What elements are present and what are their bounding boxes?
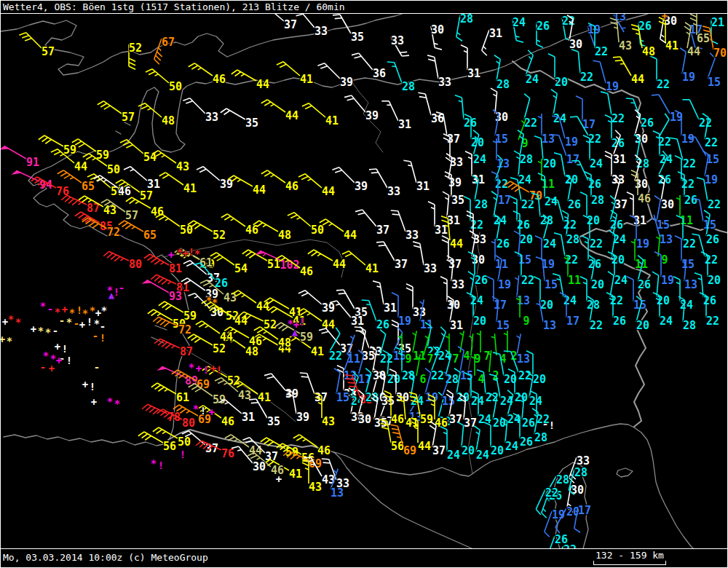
gust-value: 57 <box>41 45 55 58</box>
gust-value: 26 <box>638 20 652 33</box>
wind-barb <box>317 63 340 79</box>
gust-value: 41 <box>665 39 678 52</box>
gust-value: 31 <box>633 214 646 227</box>
lightning-strike-icon: + <box>62 304 68 315</box>
gust-value: 69 <box>403 444 416 457</box>
lightning-strike-icon: ! <box>216 364 222 376</box>
lightning-strike-icon: * <box>7 335 12 347</box>
wind-barb <box>675 156 681 181</box>
lightning-strike-icon: + <box>2 316 8 328</box>
gust-value: 24 <box>470 294 483 307</box>
gust-value: 20 <box>587 214 600 227</box>
gust-value: 52 <box>129 42 142 55</box>
gust-value: 43 <box>223 291 237 304</box>
gust-value: 37 <box>395 258 408 271</box>
gust-value: 17 <box>566 315 579 328</box>
gust-value: 80 <box>182 417 195 430</box>
wind-barb <box>605 115 612 140</box>
gust-value: 26 <box>520 435 533 449</box>
wind-barb <box>593 60 606 83</box>
gust-value: 30 <box>571 484 584 497</box>
gust-value: 26 <box>464 117 477 130</box>
gust-value: 17 <box>566 153 579 166</box>
gust-value: 44 <box>253 184 266 197</box>
gust-value: 46 <box>213 73 226 86</box>
gust-value: 44 <box>249 444 262 457</box>
lightning-strike-icon: * <box>189 361 194 373</box>
gust-value: 41 <box>258 391 271 404</box>
gust-value: 46 <box>638 192 651 205</box>
gust-value: 37 <box>614 198 628 211</box>
gust-value: 30 <box>635 178 648 191</box>
gust-value: 43 <box>309 481 322 494</box>
wind-barb <box>373 281 384 304</box>
wind-barb <box>183 98 205 114</box>
wind-barb <box>482 30 489 55</box>
gust-value: 20 <box>520 233 533 246</box>
gust-value: 65 <box>697 32 710 45</box>
wind-barb <box>39 135 63 146</box>
wind-barb <box>536 257 545 281</box>
gust-value: 46 <box>285 180 298 193</box>
gust-value: 48 <box>642 45 655 58</box>
map-canvas[interactable]: 5752673733353330283124262219132630172150… <box>1 1 727 567</box>
gust-value: 33 <box>438 76 451 89</box>
wind-barb <box>344 95 365 112</box>
scale-bracket <box>593 561 666 565</box>
gust-value: 22 <box>681 178 695 191</box>
gust-value: 20 <box>543 157 556 170</box>
gust-value: 15 <box>681 258 695 271</box>
lightning-strike-icon: + <box>196 363 202 374</box>
lightning-strike-icon: * <box>194 248 200 259</box>
gust-value: 57 <box>122 111 135 124</box>
gust-value: 31 <box>147 178 160 191</box>
gust-value: 30 <box>358 413 371 426</box>
gust-value: 24 <box>505 440 518 453</box>
gust-value: 57 <box>140 189 153 202</box>
wind-barb <box>580 192 587 217</box>
wind-barb <box>334 368 340 394</box>
observation-map[interactable]: 5752673733353330283124262219132630172150… <box>1 1 728 568</box>
gust-value: 19 <box>661 274 674 287</box>
gust-value: 44 <box>285 109 298 122</box>
gust-value: 28 <box>402 80 415 93</box>
gust-value: 44 <box>418 440 431 453</box>
gust-value: 54 <box>234 262 248 275</box>
lightning-strike-icon: * <box>151 457 157 469</box>
gust-value: 31 <box>450 319 463 332</box>
wind-barb <box>336 290 355 309</box>
wind-barb <box>680 48 686 74</box>
lightning-strike-icon: ! <box>87 316 92 328</box>
gust-value: 19 <box>681 133 695 146</box>
lightning-strike-icon: - <box>542 418 548 430</box>
wind-barb <box>438 327 446 352</box>
gust-value: 26 <box>522 417 535 430</box>
gust-value: 22 <box>590 319 603 332</box>
gust-value: 24 <box>478 413 491 426</box>
gust-value: 59 <box>300 331 313 344</box>
gust-value: 44 <box>220 331 233 344</box>
gust-value: 48 <box>278 229 291 242</box>
wind-barb <box>601 92 612 115</box>
wind-barb <box>545 511 552 537</box>
gust-value: 35 <box>451 194 464 207</box>
lightning-strike-icon: - <box>119 282 124 293</box>
gust-value: 22 <box>657 78 670 91</box>
wind-barb <box>333 15 351 33</box>
gust-value: 46 <box>435 417 448 430</box>
wind-barb <box>98 101 122 114</box>
wind-barb <box>477 331 480 352</box>
wind-barb <box>138 432 163 443</box>
wind-barb <box>197 167 220 181</box>
gust-value: 43 <box>619 39 632 52</box>
gust-value: 9 <box>523 315 529 328</box>
wind-barb <box>277 62 300 76</box>
wind-barb <box>627 192 633 217</box>
gust-value: 22 <box>595 45 608 58</box>
wind-barb <box>487 277 494 301</box>
wind-barb <box>19 33 41 48</box>
gust-value: 48 <box>162 114 175 127</box>
gust-value: 22 <box>524 117 537 130</box>
gust-value: 22 <box>518 369 531 382</box>
wind-barb <box>654 196 660 221</box>
